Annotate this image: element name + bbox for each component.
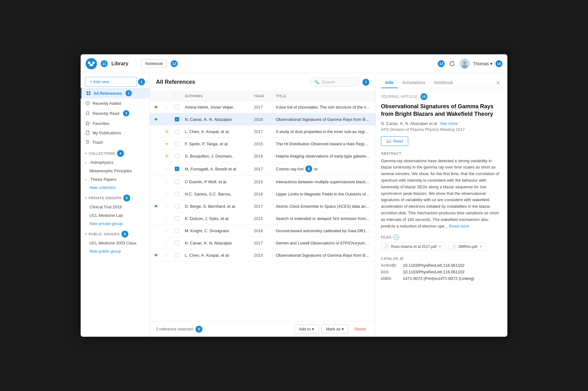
add-new-button[interactable]: + Add new xyxy=(85,77,137,87)
top-bar-right: 13 Thomas ▾ 14 xyxy=(438,59,502,69)
row-dot-8 xyxy=(155,193,165,195)
row-check-1[interactable] xyxy=(175,105,185,109)
row-dot-11 xyxy=(155,229,165,232)
search-box[interactable]: 🔍 Search xyxy=(310,78,360,87)
row-year-1: 2017 xyxy=(254,105,276,110)
app-window: 11 Library Notebook 12 13 Thomas xyxy=(81,54,507,337)
row-check-11[interactable] xyxy=(175,228,185,233)
row-check-10[interactable] xyxy=(175,216,185,221)
row-check-4[interactable] xyxy=(175,142,185,146)
notebook-button[interactable]: Notebook xyxy=(141,59,167,68)
table-row[interactable]: ☆ Amina Helmi, Jovan Veljan 2017 A box f… xyxy=(150,101,376,113)
row-author-5: S. Bouquillon, J. Desmars, xyxy=(185,154,254,158)
table-row[interactable]: ★ S. Bouquillon, J. Desmars, 2016 Halpha… xyxy=(150,150,376,162)
new-public-group-link[interactable]: New public group xyxy=(81,247,149,255)
row-star-1[interactable]: ☆ xyxy=(165,104,175,110)
svg-rect-8 xyxy=(89,91,90,93)
row-star-2[interactable]: ☆ xyxy=(165,116,175,122)
table-row[interactable]: ☆ L. Chen, A. Kospal, et al. 2015 Observ… xyxy=(150,249,376,261)
collections-section-header[interactable]: ▾ COLLECTIONS 4 xyxy=(81,147,149,158)
delete-button[interactable]: Delete xyxy=(351,325,369,333)
row-check-3[interactable] xyxy=(175,129,185,134)
new-private-group-link[interactable]: New private group xyxy=(81,220,149,228)
sidebar-item-ucl-2003[interactable]: UCL Medicine 2003 Class xyxy=(81,239,149,247)
row-check-5[interactable] xyxy=(175,154,185,158)
sidebar-item-my-publications[interactable]: My Publications xyxy=(81,128,149,137)
chevron-down-private-icon: ▾ xyxy=(85,196,87,200)
row-check-7[interactable] xyxy=(175,179,185,184)
row-check-8[interactable] xyxy=(175,192,185,196)
user-name[interactable]: Thomas ▾ xyxy=(473,61,492,66)
sidebar-item-all-refs[interactable]: All References 2 xyxy=(81,88,149,99)
row-dot-3 xyxy=(155,130,165,133)
row-star-7[interactable]: ☆ xyxy=(165,179,175,185)
table-row[interactable]: ☆ N.C. Santos, S.C. Barros, 2016 Upper L… xyxy=(150,188,376,200)
row-title-7: Interactions between multiple supermassi… xyxy=(276,179,371,184)
read-more-link[interactable]: Read more xyxy=(449,224,469,228)
mark-as-button[interactable]: Mark as ▾ xyxy=(321,324,349,334)
table-row[interactable]: ☆ D. Berge, S. Bernhard, et al. 2017 Ato… xyxy=(150,200,376,212)
sidebar-item-thesis[interactable]: ▸ Thesis Papers xyxy=(81,175,149,184)
add-to-button[interactable]: Add to ▾ xyxy=(294,324,319,334)
row-star-4[interactable]: ★ xyxy=(165,141,175,147)
table-row[interactable]: ☆ N. Canac, K. N. Abazajian 2016 Observa… xyxy=(150,113,376,126)
row-star-8[interactable]: ☆ xyxy=(165,191,175,197)
sidebar-item-trash[interactable]: Trash xyxy=(81,137,149,147)
refresh-icon[interactable] xyxy=(448,59,457,68)
row-star-13[interactable]: ☆ xyxy=(165,252,175,258)
catalog-val-doi: 10.1103/PhysRevLett.116.061102 xyxy=(403,270,465,274)
row-check-13[interactable] xyxy=(175,253,185,257)
row-author-11: M. Knight, C. Snodgrass xyxy=(185,228,254,233)
row-star-10[interactable]: ☆ xyxy=(165,216,175,221)
row-author-12: N. Canac, K. N. Abazajian xyxy=(185,241,254,245)
table-row[interactable]: ☆ K. Dutson, J. Dyks, et al. 2015 Search… xyxy=(150,212,376,225)
sidebar-item-ucl-med[interactable]: UCL Medicine Lab xyxy=(81,211,149,220)
row-check-6[interactable] xyxy=(175,167,185,171)
read-button[interactable]: 📖 Read xyxy=(381,136,408,146)
sidebar-item-favorites[interactable]: Favorites xyxy=(81,119,149,128)
tab-info[interactable]: Info xyxy=(381,78,398,88)
table-row[interactable]: ☆ M. Knight, C. Snodgrass 2016 Ground-ba… xyxy=(150,225,376,237)
select-all-checkbox[interactable] xyxy=(175,94,179,98)
row-star-12[interactable]: ☆ xyxy=(165,240,175,246)
row-author-13: L. Chen, A. Kospal, et al. xyxy=(185,253,254,258)
row-star-11[interactable]: ☆ xyxy=(165,228,175,233)
row-star-9[interactable]: ☆ xyxy=(165,203,175,209)
row-check-9[interactable] xyxy=(175,204,185,208)
add-file-button[interactable]: + xyxy=(393,234,399,240)
private-groups-section-header[interactable]: ▾ PRIVATE GROUPS 5 xyxy=(81,191,149,203)
sidebar-item-metamorphic[interactable]: Metamorphic Principles xyxy=(81,167,149,175)
row-dot-12 xyxy=(155,242,165,244)
sidebar-item-astrophysics[interactable]: ▸ Astrophysics xyxy=(81,158,149,167)
table-row[interactable]: ☆ M. Fumagalli, A. Boselli et al. 2017 C… xyxy=(150,162,376,176)
row-star-6[interactable]: ☆ xyxy=(165,166,175,172)
sidebar-item-clinical[interactable]: Clinical Trial 2019 xyxy=(81,203,149,211)
row-title-13: Observational Signatures of Gamma Rays f… xyxy=(276,253,371,258)
new-collection-link[interactable]: New collection xyxy=(81,184,149,191)
row-year-8: 2016 xyxy=(254,192,276,196)
row-star-5[interactable]: ★ xyxy=(165,153,175,159)
tab-annotations[interactable]: Annotations xyxy=(398,78,430,88)
table-row[interactable]: ☆ C Guerlin, P Wolf, et al. 2015 Interac… xyxy=(150,176,376,188)
table-row[interactable]: ★ L. Chen, A. Kospal, et al. 2017 A stud… xyxy=(150,126,376,138)
row-check-2[interactable] xyxy=(175,117,185,121)
public-groups-badge: 6 xyxy=(121,231,128,238)
remove-file-1-button[interactable]: ✕ xyxy=(438,244,442,249)
th-check xyxy=(175,94,185,98)
tab-notebook[interactable]: Notebook xyxy=(430,78,457,88)
ref-rows: ☆ Amina Helmi, Jovan Veljan 2017 A box f… xyxy=(150,101,376,321)
row-star-3[interactable]: ★ xyxy=(165,129,175,134)
row-author-6: M. Fumagalli, A. Boselli et al. xyxy=(185,167,254,171)
table-row[interactable]: ★ F. Spoto, P. Tanga, et al. 2015 The HI… xyxy=(150,138,376,150)
see-more-link[interactable]: See more xyxy=(440,121,457,126)
table-row[interactable]: ☆ N. Canac, K. N. Abazajian 2017 Gemini … xyxy=(150,237,376,249)
row-author-2: N. Canac, K. N. Abazajian xyxy=(185,117,254,122)
files-label: FILES xyxy=(381,235,392,239)
remove-file-2-button[interactable]: ✕ xyxy=(479,244,483,249)
sidebar-item-recently-read[interactable]: Recently Read 3 xyxy=(81,108,149,119)
sidebar-item-recently-added[interactable]: Recently Added xyxy=(81,99,149,108)
svg-rect-9 xyxy=(87,94,88,95)
public-groups-section-header[interactable]: ▾ PUBLIC GROUPS 6 xyxy=(81,228,149,239)
row-check-12[interactable] xyxy=(175,241,185,245)
close-detail-button[interactable]: ✕ xyxy=(494,79,502,87)
